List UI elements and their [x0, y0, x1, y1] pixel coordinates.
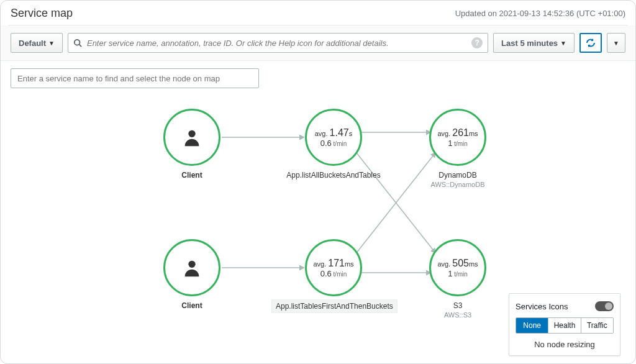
caret-down-icon: ▼: [48, 40, 55, 47]
updated-timestamp: Updated on 2021-09-13 14:52:36 (UTC +01:…: [455, 9, 625, 18]
node-latency: avg. 261ms: [437, 127, 478, 139]
node-latency: avg. 505ms: [437, 258, 478, 269]
node-rate: 1 t/min: [448, 269, 468, 278]
user-icon: [181, 257, 202, 278]
node-rate: 0.6 t/min: [320, 139, 347, 148]
caret-down-icon: ▼: [560, 40, 566, 47]
node-search-container: [11, 68, 625, 88]
search-icon: [73, 39, 82, 47]
search-input-container[interactable]: ?: [68, 33, 488, 53]
services-icons-toggle[interactable]: [595, 301, 614, 311]
node-search-input[interactable]: [11, 68, 259, 88]
help-icon[interactable]: ?: [471, 37, 483, 48]
page-title: Service map: [11, 7, 73, 20]
search-input[interactable]: [87, 39, 466, 48]
node-s3[interactable]: avg. 505ms 1 t/min: [429, 239, 486, 296]
display-mode-segmented: None Health Traffic: [516, 317, 614, 334]
services-icons-label: Services Icons: [516, 302, 568, 311]
svg-point-8: [188, 130, 195, 137]
svg-point-0: [75, 40, 80, 45]
refresh-button[interactable]: [579, 33, 602, 53]
filter-label: Default: [19, 39, 46, 48]
node-label-client-1: Client: [130, 171, 254, 180]
node-rate: 1 t/min: [448, 139, 468, 148]
resize-label: No node resizing: [516, 340, 614, 349]
seg-health[interactable]: Health: [548, 318, 580, 333]
user-icon: [181, 127, 202, 148]
node-label-dynamo: DynamoDB: [396, 171, 520, 180]
seg-traffic[interactable]: Traffic: [581, 318, 613, 333]
filter-dropdown[interactable]: Default ▼: [11, 33, 63, 53]
node-sublabel-s3: AWS::S3: [396, 311, 520, 319]
node-app-listtablesfirstandthenbuckets[interactable]: avg. 171ms 0.6 t/min: [305, 239, 362, 296]
node-label-app1: App.listAllBucketsAndTables: [271, 171, 396, 180]
node-app-listallbucketsandtables[interactable]: avg. 1.47s 0.6 t/min: [305, 109, 362, 166]
refresh-options-dropdown[interactable]: ▼: [607, 33, 625, 53]
node-latency: avg. 1.47s: [315, 127, 353, 139]
node-label-client-2: Client: [130, 301, 254, 310]
svg-line-1: [80, 45, 82, 47]
node-client-1[interactable]: [163, 109, 220, 166]
toolbar: Default ▼ ? Last 5 minutes ▼ ▼: [1, 25, 635, 61]
caret-down-icon: ▼: [613, 40, 619, 47]
display-options-panel: Services Icons None Health Traffic No no…: [509, 293, 620, 356]
node-sublabel-dynamo: AWS::DynamoDB: [396, 181, 520, 188]
refresh-icon: [586, 38, 596, 48]
svg-point-9: [188, 261, 195, 268]
node-label-app2: App.listTablesFirstAndThenBuckets: [271, 299, 396, 313]
timerange-dropdown[interactable]: Last 5 minutes ▼: [493, 33, 575, 53]
node-latency: avg. 171ms: [313, 258, 353, 269]
seg-none[interactable]: None: [516, 318, 548, 333]
node-dynamodb[interactable]: avg. 261ms 1 t/min: [429, 109, 486, 166]
timerange-label: Last 5 minutes: [501, 39, 558, 48]
service-map-canvas[interactable]: Client Client avg. 1.47s 0.6 t/min App.l…: [1, 94, 635, 363]
node-rate: 0.6 t/min: [320, 269, 347, 278]
node-label-s3: S3: [396, 301, 520, 310]
node-client-2[interactable]: [163, 239, 220, 296]
